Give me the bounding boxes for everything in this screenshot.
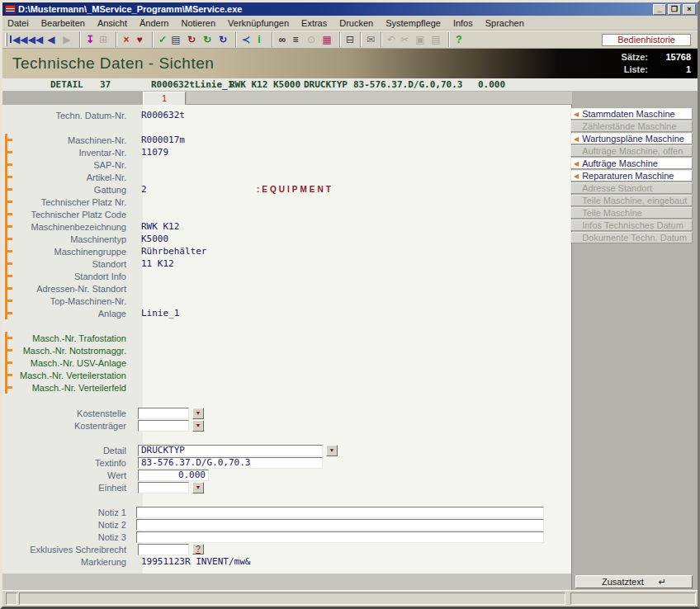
refresh-blue-icon[interactable]: ↻: [215, 32, 230, 47]
menu-item[interactable]: Sprachen: [485, 18, 524, 28]
help-lookup-button[interactable]: ?: [192, 544, 204, 555]
prev-fast-icon[interactable]: ◀◀: [27, 32, 43, 47]
sidebar-button-label: Teile Maschine: [582, 208, 642, 218]
record-info: Sätze: 15768 Liste: 1: [584, 51, 691, 76]
sidebar-button[interactable]: ◀ Dokumente Techn. Datum: [570, 232, 693, 243]
paste-icon[interactable]: ▤: [428, 32, 443, 47]
list-icon[interactable]: ≡: [287, 32, 303, 47]
maximize-button[interactable]: ❐: [668, 4, 681, 15]
row-marker: [2, 171, 16, 183]
sidebar-button[interactable]: ◀ Stammdaten Maschine: [570, 108, 693, 120]
textinfo-input[interactable]: [138, 457, 323, 469]
menu-item[interactable]: Verknüpfungen: [228, 18, 289, 28]
menu-item[interactable]: Notieren: [181, 18, 215, 28]
notiz2-input[interactable]: [136, 519, 544, 531]
field-label: Techn. Datum-Nr.: [16, 111, 135, 120]
row-marker: [2, 183, 16, 196]
row-marker: [2, 344, 16, 356]
chevron-down-icon[interactable]: ▼: [192, 482, 204, 493]
chevron-down-icon[interactable]: ▼: [326, 445, 338, 456]
field-label: Detail: [16, 446, 135, 456]
tab-1[interactable]: 1: [143, 92, 186, 105]
next-record-icon[interactable]: ▶: [59, 32, 74, 47]
toolbar: ◀◀ ◀◀ ◀ ▶ ↧ ⊞ × ♥ ✓ ▤ ↻ ↻: [2, 31, 698, 49]
field-label: Maschinengruppe: [16, 247, 135, 257]
notiz3-input[interactable]: [136, 531, 544, 543]
row-marker: [2, 332, 16, 344]
sidebar-button[interactable]: ◀ Aufträge Maschine, offen: [570, 145, 693, 157]
detail-input[interactable]: [138, 445, 323, 456]
eye-icon[interactable]: ⊙: [303, 32, 319, 47]
form-view-icon[interactable]: ▤: [168, 32, 183, 47]
link-branch-icon[interactable]: ≺: [235, 32, 251, 47]
favorite-heart-icon[interactable]: ♥: [131, 32, 147, 47]
chevron-down-icon[interactable]: ▼: [192, 420, 204, 432]
menu-item[interactable]: Infos: [453, 18, 473, 28]
sidebar-button[interactable]: ◀ Infos Technisches Datum: [570, 220, 693, 231]
sidebar-button[interactable]: ◀ Wartungspläne Maschine: [570, 133, 693, 144]
menu-item[interactable]: Systempflege: [385, 18, 441, 28]
menu-item[interactable]: Ändern: [140, 18, 168, 28]
field-label: SAP-Nr.: [16, 160, 135, 170]
app-window: D:\Mustermann\_MService_Programm\MServic…: [0, 0, 700, 609]
field-label: Kostenträger: [16, 421, 135, 431]
undo-icon[interactable]: ↶: [381, 32, 396, 47]
sidebar-button[interactable]: ◀ Aufträge Maschine: [570, 158, 693, 169]
form-row: Top-Maschinen-Nr.: [2, 295, 571, 307]
search-binoculars-icon[interactable]: ∞: [272, 32, 287, 47]
menu-item[interactable]: Datei: [7, 18, 29, 28]
schreibrecht-input[interactable]: [138, 544, 189, 555]
sidebar-button[interactable]: ◀ Adresse Standort: [570, 182, 693, 194]
status-bar: [2, 590, 698, 607]
status-panel-right: [570, 592, 696, 605]
title-bar[interactable]: D:\Mustermann\_MService_Programm\MServic…: [2, 2, 698, 16]
info-icon[interactable]: i: [251, 32, 267, 47]
menu-item[interactable]: Bearbeiten: [41, 18, 85, 28]
saetze-value: 15768: [660, 51, 691, 64]
toolbar-grip[interactable]: [5, 33, 7, 46]
wert-input[interactable]: [138, 470, 209, 481]
sidebar-button[interactable]: ◀ Teile Maschine, eingebaut: [570, 195, 693, 206]
chart-icon[interactable]: ▦: [319, 32, 334, 47]
menu-item[interactable]: Drucken: [339, 18, 373, 28]
field-value: R000632t: [135, 110, 257, 120]
chevron-down-icon[interactable]: ▼: [192, 408, 204, 419]
row-marker: [2, 369, 16, 381]
field-label: Maschinentyp: [16, 234, 135, 244]
field-label: Notiz 3: [16, 532, 135, 542]
copy-icon[interactable]: ▣: [412, 32, 428, 47]
kostentraeger-input[interactable]: [138, 420, 189, 432]
sidebar-button[interactable]: ◀ Reparaturen Maschine: [570, 170, 693, 182]
help-icon[interactable]: ?: [448, 32, 464, 47]
refresh-red-icon[interactable]: ↻: [183, 32, 199, 47]
sidebar-button[interactable]: ◀ Zählerstände Maschine: [570, 120, 693, 132]
menu-item[interactable]: Extras: [301, 18, 327, 28]
minimize-button[interactable]: _: [653, 4, 666, 15]
first-record-icon[interactable]: ◀◀: [10, 32, 27, 47]
close-button[interactable]: ×: [683, 4, 696, 15]
zusatztext-button[interactable]: Zusatztext ↵: [575, 575, 693, 588]
field-label: Masch.-Nr. Verteilerstation: [16, 371, 135, 380]
form-row: Exklusives Schreibrecht ?: [2, 543, 571, 555]
sidebar-button[interactable]: ◀ Teile Maschine: [570, 207, 693, 219]
einheit-input[interactable]: [138, 482, 189, 493]
kostenstelle-input[interactable]: [138, 408, 189, 419]
form-row: Standort 11 K12: [2, 257, 571, 270]
prev-record-icon[interactable]: ◀: [43, 32, 59, 47]
tree-view-icon[interactable]: ⊞: [95, 32, 111, 47]
notiz1-input[interactable]: [136, 507, 544, 518]
field-label: Gattung: [16, 185, 135, 195]
arrow-left-icon: ◀: [574, 135, 579, 143]
app-icon: [5, 5, 16, 14]
cut-icon[interactable]: ✂: [396, 32, 412, 47]
delete-icon[interactable]: ×: [116, 32, 131, 47]
bedienhistorie-button[interactable]: Bedienhistorie: [602, 34, 691, 46]
field-label: Masch.-Nr. Verteilerfeld: [16, 383, 135, 393]
mail-icon[interactable]: ✉: [360, 32, 376, 47]
menu-item[interactable]: Ansicht: [97, 18, 127, 28]
print-icon[interactable]: ⊟: [339, 32, 355, 47]
field-label: Einheit: [16, 483, 135, 493]
confirm-check-icon[interactable]: ✓: [152, 32, 168, 47]
insert-record-icon[interactable]: ↧: [79, 32, 95, 47]
refresh-green-icon[interactable]: ↻: [199, 32, 215, 47]
